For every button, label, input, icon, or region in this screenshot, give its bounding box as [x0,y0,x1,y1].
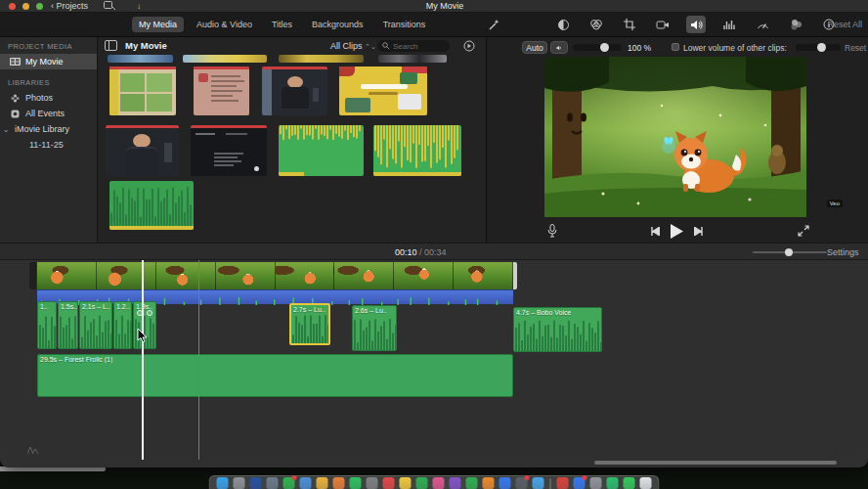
disclosure-chevron-icon[interactable]: ⌄ [2,125,10,134]
skim-playback-icon[interactable] [463,40,475,52]
speed-icon[interactable] [753,16,772,33]
sidebar-item-photos[interactable]: Photos [0,90,97,106]
volume-slider-knob[interactable] [600,43,609,52]
tab-titles[interactable]: Titles [265,17,299,32]
dock-app-icon[interactable] [350,477,362,489]
playhead[interactable] [142,260,144,460]
audio-clip[interactable]: 2.1s – L.. [79,301,112,349]
volume-icon[interactable] [686,16,706,33]
dock-app-icon[interactable] [383,477,395,489]
dock-app-icon[interactable] [267,477,279,489]
dock-app-icon[interactable] [499,477,511,489]
enhance-wand-icon[interactable] [485,16,504,33]
movie-end-handle[interactable] [513,262,517,289]
dock-app-icon[interactable] [607,477,619,489]
dock-app-icon[interactable] [640,477,652,489]
dock-app-icon[interactable] [533,477,544,489]
dock-app-icon[interactable] [624,477,635,489]
media-thumbnail[interactable] [108,55,173,63]
media-thumbnail[interactable] [378,55,447,63]
timeline-zoom-slider[interactable] [753,251,827,253]
import-media-icon[interactable] [104,1,115,10]
dock-app-icon[interactable] [333,477,345,489]
media-thumbnail[interactable] [339,67,427,115]
audio-clip[interactable]: 1.. [37,301,57,349]
clips-filter-dropdown[interactable]: All Clips ⌃⌄ [330,41,376,51]
dock-app-icon[interactable] [367,477,378,489]
tab-my-media[interactable]: My Media [132,17,184,32]
audio-clip[interactable]: 1.5s.. [58,301,78,349]
media-thumbnail[interactable] [191,125,267,176]
media-thumbnail[interactable] [279,125,364,176]
video-clip-filmstrip[interactable] [37,262,513,289]
background-music-clip[interactable]: 29.5s – Forest Frolic (1) [37,354,513,397]
sidebar-item-imovie-library[interactable]: ⌄ iMovie Library [0,121,97,137]
voiceover-mic-icon[interactable] [547,224,557,238]
color-correction-icon[interactable] [586,16,606,33]
dock-app-icon[interactable] [317,477,328,489]
dock-app-icon[interactable] [217,477,229,489]
clip-trim-handle[interactable] [29,262,36,289]
tab-backgrounds[interactable]: Backgrounds [305,17,370,32]
dock-app-icon[interactable] [450,477,461,489]
dock-app-icon[interactable] [557,477,569,489]
tab-audio-video[interactable]: Audio & Video [190,17,259,32]
zoom-window-button[interactable] [36,3,43,10]
sidebar-item-event-date[interactable]: 11-11-25 [0,137,97,153]
audio-clip[interactable]: 4.7s – Bobo Voice [513,307,602,352]
dock-app-icon[interactable] [433,477,445,489]
play-button[interactable] [671,224,683,239]
sidebar-item-all-events[interactable]: All Events [0,106,97,121]
dock-app-icon[interactable] [400,477,412,489]
volume-slider[interactable] [573,44,622,51]
crop-icon[interactable] [620,16,639,33]
clip-filter-icon[interactable] [786,16,805,33]
media-thumbnail[interactable] [373,125,461,176]
auto-volume-button[interactable]: Auto [522,41,547,54]
lower-volume-slider-knob[interactable] [817,43,826,52]
dock-app-icon[interactable] [590,477,602,489]
audio-clip[interactable]: 1.2.. [113,301,132,349]
dock-app-icon[interactable] [574,477,586,489]
audio-clip[interactable]: 2.6s – Lu.. [352,305,397,351]
search-input[interactable]: Search [377,40,450,52]
dock-app-icon[interactable] [283,477,295,489]
media-thumbnail[interactable] [109,181,194,230]
stabilization-icon[interactable] [653,16,673,33]
fade-handle[interactable] [147,310,152,316]
media-thumbnail[interactable] [109,67,176,115]
audio-clip-selected[interactable]: 2.7s – Lu.. [289,303,330,345]
media-thumbnail[interactable] [194,67,249,115]
media-thumbnail[interactable] [279,55,364,63]
reset-all-button[interactable]: Reset All [827,20,862,29]
media-thumbnail[interactable] [183,55,267,63]
dock-app-icon[interactable] [250,477,262,489]
dock-app-icon[interactable] [416,477,428,489]
sidebar-toggle-icon[interactable] [105,40,117,51]
dock-app-icon[interactable] [483,477,495,489]
timeline-scrollbar[interactable] [594,461,837,465]
previous-frame-button[interactable] [650,227,660,236]
dock-app-icon[interactable] [516,477,528,489]
media-thumbnail[interactable] [106,125,179,176]
color-balance-icon[interactable] [553,16,573,33]
lower-volume-checkbox[interactable] [672,43,679,51]
video-preview[interactable] [544,57,806,217]
download-arrow-icon[interactable]: ↓ [137,1,142,11]
dock-app-icon[interactable] [234,477,245,489]
fullscreen-icon[interactable] [798,225,809,237]
mute-button[interactable] [550,41,568,54]
close-window-button[interactable] [9,3,16,10]
noise-reduction-icon[interactable] [719,16,739,33]
media-thumbnail[interactable] [262,67,327,115]
sidebar-item-my-movie[interactable]: My Movie [0,54,97,69]
settings-button[interactable]: Settings [827,247,859,257]
minimize-window-button[interactable] [22,3,29,10]
dock-app-icon[interactable] [300,477,312,489]
reset-button[interactable]: Reset [845,43,866,53]
lower-volume-slider[interactable] [796,44,841,51]
timeline-zoom-knob[interactable] [785,248,793,256]
fade-handle[interactable] [137,310,143,316]
tab-transitions[interactable]: Transitions [376,17,433,32]
next-frame-button[interactable] [694,227,704,236]
